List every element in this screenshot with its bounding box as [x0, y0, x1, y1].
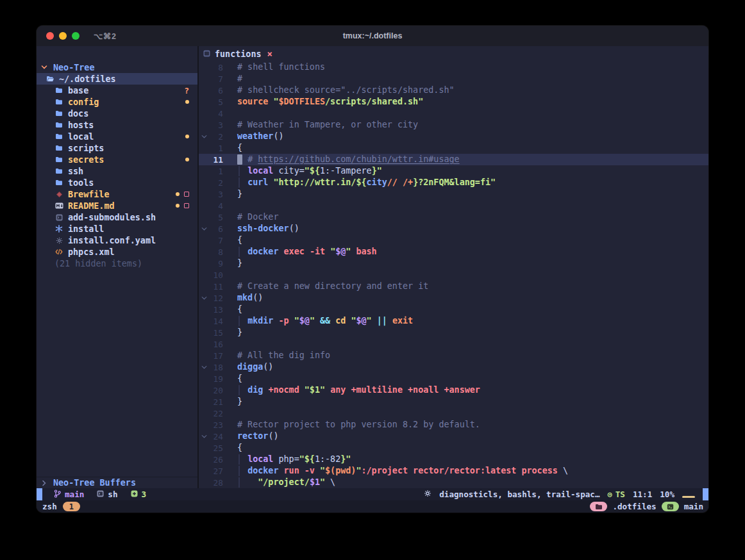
- code-line[interactable]: 8 docker exec -it "$@" bash: [199, 246, 708, 258]
- fold-chevron-icon[interactable]: [199, 296, 209, 301]
- code-line[interactable]: 25{: [199, 442, 708, 454]
- tree-item-scripts[interactable]: scripts: [37, 142, 197, 154]
- tmux-statusbar: zsh 1 .dotfiles main: [37, 500, 708, 513]
- tree-item-brewfile[interactable]: Brewfile: [37, 188, 197, 200]
- tree-item-phpcs.xml[interactable]: phpcs.xml: [37, 246, 197, 258]
- line-number: 15: [209, 328, 223, 338]
- tree-item-readme.md[interactable]: README.md: [37, 200, 197, 211]
- code-line[interactable]: 11# Create a new directory and enter it: [199, 281, 708, 292]
- code-line[interactable]: 3# Weather in Tampere, or other city: [199, 119, 708, 131]
- tree-item-install.conf.yaml[interactable]: install.conf.yaml: [37, 235, 197, 246]
- code-line[interactable]: 5# Docker: [199, 211, 708, 223]
- tab-functions[interactable]: functions: [215, 49, 262, 59]
- code-line[interactable]: 12mkd(): [199, 292, 708, 304]
- tmux-window-name[interactable]: zsh: [42, 502, 57, 511]
- code-line[interactable]: 5source "$DOTFILES/scripts/shared.sh": [199, 96, 708, 108]
- minimize-window-button[interactable]: [59, 32, 67, 40]
- code-line[interactable]: 21}: [199, 396, 708, 408]
- code-line[interactable]: 26 local php="${1:-82}": [199, 454, 708, 465]
- code-line[interactable]: 17# All the dig info: [199, 350, 708, 361]
- markdown-icon: [54, 202, 63, 209]
- code-line[interactable]: 4: [199, 200, 708, 211]
- tree-item-label: ssh: [68, 167, 83, 176]
- tree-item-ssh[interactable]: ssh: [37, 165, 197, 177]
- code-line[interactable]: 28 "/project/$1" \: [199, 477, 708, 488]
- fold-chevron-icon[interactable]: [199, 227, 209, 231]
- neo-tree-title: Neo-Tree: [53, 63, 95, 72]
- code-line[interactable]: 18digga(): [199, 361, 708, 373]
- code-line[interactable]: 2weather(): [199, 131, 708, 142]
- tree-item-base[interactable]: base?: [37, 85, 197, 96]
- code-line[interactable]: 16: [199, 338, 708, 350]
- folder-icon: [54, 156, 63, 163]
- line-text: [223, 408, 708, 419]
- code-line[interactable]: 19{: [199, 373, 708, 384]
- line-text: docker exec -it "$@" bash: [223, 246, 708, 258]
- code-line[interactable]: 8# shell functions: [199, 62, 708, 73]
- neo-tree-sidebar: Neo-Tree ~/.dotfilesbase?configdocshosts…: [37, 46, 199, 488]
- code-line[interactable]: 23# Rector project to php version 8.2 by…: [199, 419, 708, 431]
- tree-item-config[interactable]: config: [37, 96, 197, 108]
- tree-item-tools[interactable]: tools: [37, 177, 197, 188]
- line-text: [223, 269, 708, 281]
- indent-guide: [239, 177, 240, 188]
- tree-item--.dotfiles[interactable]: ~/.dotfiles: [37, 73, 197, 85]
- fold-chevron-icon[interactable]: [199, 135, 209, 139]
- tree-item--21-hidden-items-[interactable]: (21 hidden items): [37, 258, 197, 269]
- tree-item-add-submodules.sh[interactable]: add-submodules.sh: [37, 211, 197, 223]
- code-line-current[interactable]: 11 # https://github.com/chubin/wttr.in#u…: [199, 154, 708, 165]
- code-line[interactable]: 27 docker run -v "$(pwd)":/project recto…: [199, 465, 708, 477]
- tree-item-docs[interactable]: docs: [37, 108, 197, 119]
- code-line[interactable]: 10: [199, 269, 708, 281]
- line-number: 2: [209, 178, 223, 188]
- chevron-down-icon[interactable]: [40, 65, 49, 70]
- fold-chevron-icon[interactable]: [199, 365, 209, 370]
- shell-icon: [54, 214, 63, 221]
- code-line[interactable]: 6ssh-docker(): [199, 223, 708, 235]
- code-line[interactable]: 4: [199, 108, 708, 119]
- code-line[interactable]: 1{: [199, 142, 708, 154]
- line-text: dig +nocmd "$1" any +multiline +noall +a…: [223, 384, 708, 396]
- code-line[interactable]: 1 local city="${1:-Tampere}": [199, 165, 708, 177]
- tree-item-secrets[interactable]: secrets: [37, 154, 197, 165]
- neo-tree-buffers-header[interactable]: Neo-Tree Buffers: [37, 477, 197, 488]
- code-line[interactable]: 22: [199, 408, 708, 419]
- line-text: # Weather in Tampere, or other city: [223, 119, 708, 131]
- zoom-window-button[interactable]: [72, 32, 80, 40]
- bufferline: functions ×: [199, 46, 708, 62]
- fold-chevron-icon[interactable]: [199, 434, 209, 439]
- tree-item-label: hosts: [68, 120, 94, 130]
- code-line[interactable]: 15}: [199, 327, 708, 338]
- line-text: rector(): [223, 431, 708, 442]
- line-text: weather(): [223, 131, 708, 142]
- code-line[interactable]: 14 mkdir -p "$@" && cd "$@" || exit: [199, 315, 708, 327]
- tree-item-local[interactable]: local: [37, 131, 197, 142]
- tree-item-install[interactable]: install: [37, 223, 197, 235]
- tmux-session-dir: .dotfiles: [612, 502, 656, 511]
- indent-guide: [239, 316, 240, 326]
- git-added-count: 3: [142, 490, 147, 499]
- code-line[interactable]: 7{: [199, 235, 708, 246]
- code-line[interactable]: 7#: [199, 73, 708, 85]
- line-text: # shell functions: [223, 62, 708, 73]
- folder-icon: [54, 133, 63, 140]
- tmux-window-index-badge[interactable]: 1: [63, 502, 80, 511]
- tree-item-label: scripts: [68, 144, 104, 153]
- close-window-button[interactable]: [46, 32, 54, 40]
- line-number: 1: [209, 167, 223, 176]
- line-text: [223, 108, 708, 119]
- code-line[interactable]: 13{: [199, 304, 708, 315]
- line-number: 6: [209, 224, 223, 234]
- tab-close-icon[interactable]: ×: [267, 49, 272, 59]
- code-line[interactable]: 24rector(): [199, 431, 708, 442]
- statusline: main sh 3 diagnosticls, bashls, trail-sp…: [37, 488, 708, 500]
- git-branch-label[interactable]: main: [65, 490, 84, 499]
- code-line[interactable]: 2 curl "http://wttr.in/${city// /+}?2nFQ…: [199, 177, 708, 188]
- line-number: 3: [209, 120, 223, 130]
- code-line[interactable]: 3}: [199, 188, 708, 200]
- code-line[interactable]: 6# shellcheck source="../scripts/shared.…: [199, 85, 708, 96]
- tree-item-hosts[interactable]: hosts: [37, 119, 197, 131]
- code-line[interactable]: 9}: [199, 258, 708, 269]
- code-line[interactable]: 20 dig +nocmd "$1" any +multiline +noall…: [199, 384, 708, 396]
- line-text: # Docker: [223, 211, 708, 223]
